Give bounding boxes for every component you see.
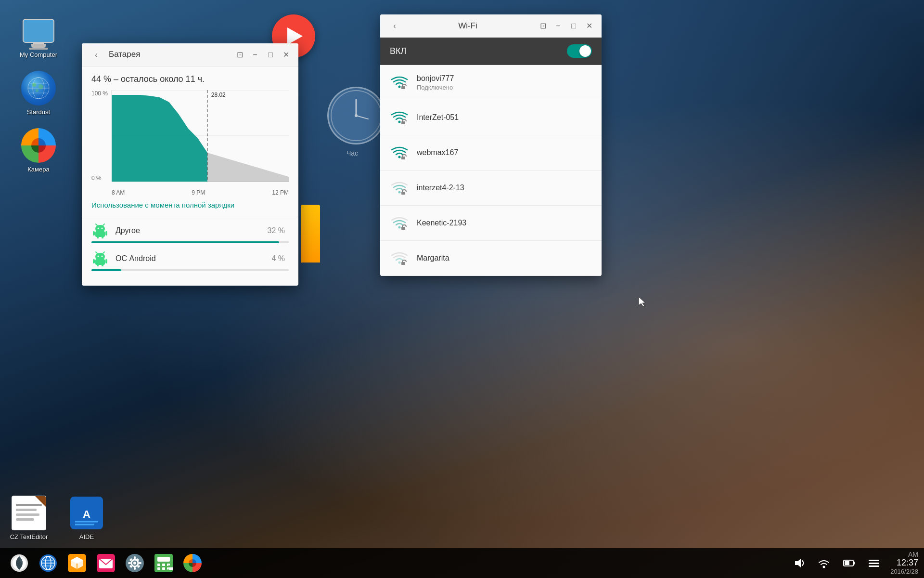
taskbar-menu-button[interactable] [865, 554, 883, 572]
battery-minimize-button[interactable]: − [248, 48, 262, 62]
battery-maximize-button[interactable]: □ [264, 48, 277, 62]
svg-rect-87 [157, 564, 160, 566]
chart-x-label-8am: 8 AM [112, 189, 125, 196]
taskbar-wifi-icon [817, 556, 831, 570]
svg-line-30 [103, 224, 104, 225]
battery-chart-area: 28.02 [112, 90, 289, 182]
partial-orange-element [301, 205, 320, 263]
svg-rect-80 [139, 562, 141, 564]
usage-bar-1 [91, 269, 121, 271]
battery-titlebar: ‹ Батарея ⊡ − □ ✕ [82, 43, 298, 66]
svg-point-55 [398, 226, 401, 229]
wifi-title: Wi-Fi [401, 21, 534, 31]
wifi-item-keenetic2193[interactable]: Keenetic-2193 [380, 206, 602, 241]
app-name-1: ОС Android [116, 254, 271, 263]
wifi-status-0: Подключено [417, 84, 592, 91]
desktop-icon-my-computer[interactable]: My Computer [10, 10, 67, 62]
svg-rect-44 [105, 259, 107, 263]
box-icon [68, 554, 86, 572]
wifi-name-3: interzet4-2-13 [417, 184, 592, 192]
taskbar-apps: + × [6, 550, 790, 577]
clock-widget [327, 87, 385, 144]
parrot-icon [10, 554, 28, 572]
svg-rect-101 [869, 563, 879, 564]
wifi-back-button[interactable]: ‹ [388, 19, 401, 33]
svg-rect-56 [401, 227, 405, 230]
svg-rect-102 [869, 565, 879, 567]
battery-expand-button[interactable]: ⊡ [233, 48, 246, 62]
wifi-item-webmax167[interactable]: webmax167 [380, 135, 602, 171]
camera-tb-icon [183, 554, 202, 572]
taskbar-app-mail[interactable] [92, 550, 119, 577]
battery-usage-link[interactable]: Использование с момента полной зарядки [91, 200, 289, 210]
taskbar-battery-button[interactable] [840, 554, 858, 572]
svg-rect-35 [102, 236, 103, 238]
wifi-maximize-button[interactable]: □ [567, 19, 580, 33]
battery-close-button[interactable]: ✕ [279, 48, 293, 62]
chart-x-label-9pm: 9 PM [192, 189, 205, 196]
svg-point-57 [398, 262, 401, 264]
android-icon-1 [91, 250, 109, 267]
battery-back-button[interactable]: ‹ [90, 48, 103, 62]
desktop-icon-label-my-computer: My Computer [20, 51, 57, 58]
svg-point-53 [398, 191, 401, 194]
taskbar-app-box[interactable] [64, 550, 90, 577]
svg-rect-45 [97, 264, 99, 266]
wifi-titlebar: ‹ Wi-Fi ⊡ − □ ✕ [380, 14, 602, 38]
play-triangle-icon [287, 27, 303, 45]
svg-point-6 [38, 84, 43, 89]
desktop-icon-label-stardust: Stardust [27, 108, 50, 116]
wifi-minimize-button[interactable]: − [552, 19, 565, 33]
clock-face-svg [330, 89, 383, 142]
settings-icon [126, 554, 144, 572]
taskbar-app-settings[interactable] [121, 550, 148, 577]
taskbar-app-calc[interactable]: + × [150, 550, 177, 577]
chart-y-label-0: 0 % [91, 175, 108, 182]
wifi-item-interzet051[interactable]: InterZet-051 [380, 100, 602, 135]
app-name-0: Другое [116, 226, 268, 235]
wifi-expand-button[interactable]: ⊡ [536, 19, 550, 33]
svg-rect-43 [93, 259, 95, 263]
taskbar-volume-button[interactable] [790, 554, 808, 572]
wifi-name-2: webmax167 [417, 148, 592, 157]
taskbar-wifi-button[interactable] [815, 554, 833, 572]
taskbar: + × [0, 548, 924, 578]
svg-rect-90 [157, 567, 160, 570]
battery-status-text: 44 % – осталось около 11 ч. [91, 74, 289, 84]
svg-text:28.02: 28.02 [211, 92, 226, 98]
svg-rect-50 [401, 121, 405, 124]
svg-rect-33 [105, 231, 107, 236]
desktop-icon-stardust[interactable]: Stardust [10, 67, 67, 119]
svg-rect-99 [845, 561, 849, 565]
wifi-name-4: Keenetic-2193 [417, 219, 592, 227]
battery-window: ‹ Батарея ⊡ − □ ✕ 44 % – осталось около … [82, 43, 298, 286]
wifi-toggle-label: ВКЛ [390, 46, 567, 56]
wifi-item-interzet4-2-13[interactable]: interzet4-2-13 [380, 171, 602, 206]
mail-icon [97, 554, 115, 572]
wifi-info-5: Margarita [417, 254, 592, 263]
svg-line-29 [96, 224, 97, 225]
calc-icon: + × [154, 554, 173, 572]
svg-point-47 [398, 86, 401, 88]
wifi-toggle-knob [579, 45, 591, 57]
wifi-toggle-switch[interactable] [567, 44, 592, 58]
usage-bar-container-1 [91, 269, 289, 271]
taskbar-app-camera-tb[interactable] [179, 550, 206, 577]
taskbar-app-parrot[interactable] [6, 550, 33, 577]
svg-rect-52 [401, 157, 405, 159]
wifi-item-margarita[interactable]: Margarita [380, 241, 602, 276]
wifi-item-bonjovi777[interactable]: bonjovi777 Подключено [380, 65, 602, 100]
taskbar-date-display: 2016/2/28 [890, 568, 918, 575]
taskbar-clock: AM 12:37 2016/2/28 [890, 551, 918, 575]
wifi-toggle-row: ВКЛ [380, 38, 602, 65]
wifi-close-button[interactable]: ✕ [582, 19, 596, 33]
svg-point-5 [32, 83, 36, 87]
wifi-signal-icon-4 [390, 213, 409, 233]
taskbar-app-browser[interactable] [35, 550, 62, 577]
desktop-icon-camera[interactable]: Камера [10, 124, 67, 177]
wifi-info-3: interzet4-2-13 [417, 184, 592, 192]
menu-icon [867, 556, 881, 570]
svg-rect-31 [95, 231, 105, 237]
wifi-info-4: Keenetic-2193 [417, 219, 592, 227]
wifi-network-list: bonjovi777 Подключено InterZet-051 [380, 65, 602, 276]
